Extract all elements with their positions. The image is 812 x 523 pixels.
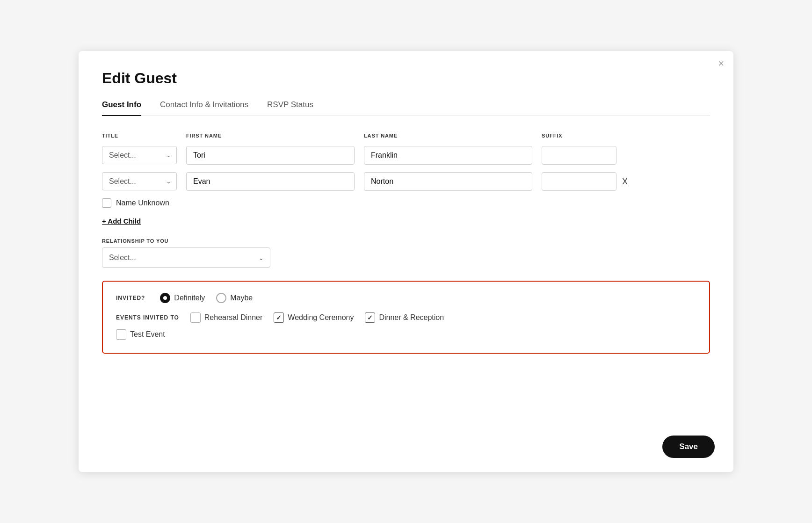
event-ceremony-label: Wedding Ceremony xyxy=(288,313,354,322)
relationship-select[interactable]: Select... xyxy=(102,247,270,268)
close-button[interactable]: × xyxy=(718,58,724,69)
last-name-input-2[interactable] xyxy=(364,172,532,191)
last-name-label: LAST NAME xyxy=(364,133,532,138)
name-unknown-row: Name Unknown xyxy=(102,198,710,208)
first-name-input-2[interactable] xyxy=(186,172,355,191)
tab-guest-info[interactable]: Guest Info xyxy=(102,100,141,116)
name-unknown-checkbox[interactable] xyxy=(102,198,111,208)
event-test-checkbox xyxy=(116,329,126,340)
name-unknown-label: Name Unknown xyxy=(116,199,169,207)
event-test[interactable]: Test Event xyxy=(116,329,165,340)
event-test-label: Test Event xyxy=(130,330,165,339)
event-ceremony-checkbox xyxy=(274,312,284,323)
radio-maybe-label: Maybe xyxy=(230,294,253,302)
tab-contact-info[interactable]: Contact Info & Invitations xyxy=(160,100,248,116)
last-name-input-1[interactable] xyxy=(364,146,532,165)
suffix-input-1[interactable] xyxy=(542,146,616,165)
edit-guest-modal: × Edit Guest Guest Info Contact Info & I… xyxy=(79,51,733,472)
field-labels-row: TITLE FIRST NAME LAST NAME SUFFIX xyxy=(102,133,710,138)
modal-title: Edit Guest xyxy=(102,70,710,87)
title-select-wrap-2: Select... ⌄ xyxy=(102,172,177,190)
guest-row-2: Select... ⌄ X xyxy=(102,172,710,191)
radio-maybe[interactable]: Maybe xyxy=(216,293,253,303)
guest-row-1: Select... ⌄ xyxy=(102,146,710,165)
suffix-with-remove: X xyxy=(542,172,616,191)
invited-row: INVITED? Definitely Maybe xyxy=(116,293,696,303)
radio-definitely-label: Definitely xyxy=(174,294,205,302)
tab-bar: Guest Info Contact Info & Invitations RS… xyxy=(102,100,710,116)
add-child-link[interactable]: + Add Child xyxy=(102,217,141,225)
tab-rsvp-status[interactable]: RSVP Status xyxy=(267,100,313,116)
first-name-input-1[interactable] xyxy=(186,146,355,165)
event-rehearsal-checkbox xyxy=(190,312,201,323)
events-row: EVENTS INVITED TO Rehearsal Dinner Weddi… xyxy=(116,312,696,323)
event-rehearsal[interactable]: Rehearsal Dinner xyxy=(190,312,263,323)
save-button[interactable]: Save xyxy=(662,436,715,458)
event-ceremony[interactable]: Wedding Ceremony xyxy=(274,312,354,323)
relationship-select-wrap: Select... ⌄ xyxy=(102,247,270,268)
title-label: TITLE xyxy=(102,133,177,138)
event-reception[interactable]: Dinner & Reception xyxy=(365,312,444,323)
event-reception-label: Dinner & Reception xyxy=(379,313,444,322)
event-reception-checkbox xyxy=(365,312,375,323)
first-name-label: FIRST NAME xyxy=(186,133,355,138)
invited-section: INVITED? Definitely Maybe EVENTS INVITED… xyxy=(102,281,710,354)
suffix-input-2[interactable] xyxy=(542,172,616,191)
radio-definitely-circle xyxy=(160,293,170,303)
relationship-label: RELATIONSHIP TO YOU xyxy=(102,238,710,244)
title-select-1[interactable]: Select... xyxy=(102,146,177,164)
remove-row-button[interactable]: X xyxy=(620,175,630,189)
title-select-2[interactable]: Select... xyxy=(102,172,177,190)
event-rehearsal-label: Rehearsal Dinner xyxy=(204,313,263,322)
suffix-label: SUFFIX xyxy=(542,133,616,138)
radio-maybe-circle xyxy=(216,293,226,303)
events-label: EVENTS INVITED TO xyxy=(116,314,179,321)
events-second-row: Test Event xyxy=(116,329,696,340)
title-select-wrap-1: Select... ⌄ xyxy=(102,146,177,164)
invited-label: INVITED? xyxy=(116,295,145,301)
radio-definitely[interactable]: Definitely xyxy=(160,293,205,303)
